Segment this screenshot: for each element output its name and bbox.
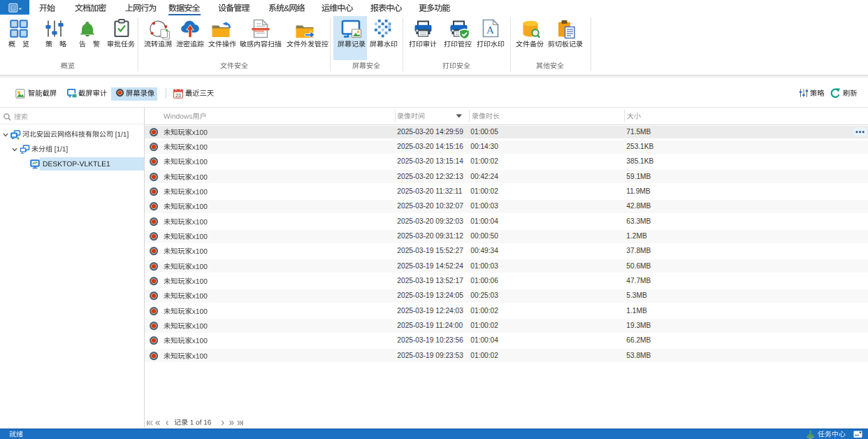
svg-text:A: A: [486, 24, 494, 36]
svg-text:23: 23: [175, 93, 181, 98]
